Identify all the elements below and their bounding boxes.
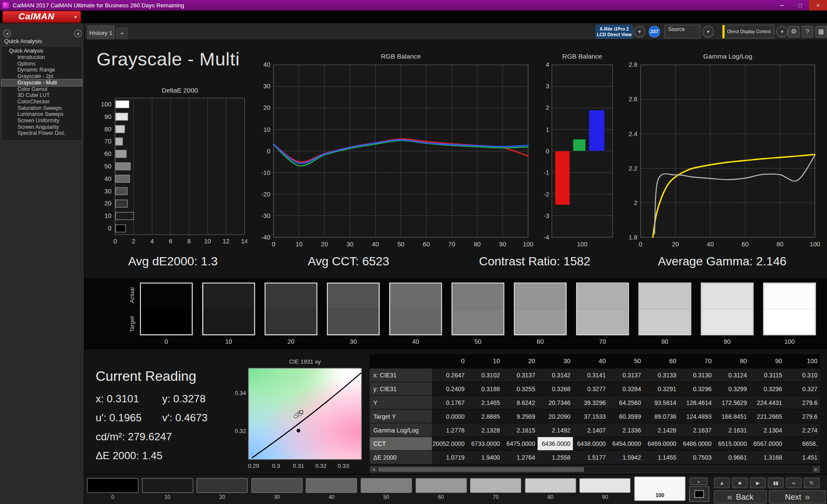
play-icon[interactable]: ▶: [750, 478, 766, 488]
sidebar-item-spectral-power-dist[interactable]: Spectral Power Dist.: [2, 130, 82, 137]
stop-icon[interactable]: ■: [732, 478, 748, 488]
table-cell[interactable]: 0.3291: [644, 382, 679, 396]
table-cell[interactable]: 6567.0000: [749, 437, 785, 451]
maximize-button[interactable]: □: [791, 0, 809, 10]
minimize-button[interactable]: ─: [773, 0, 791, 10]
table-cell[interactable]: 279.6: [785, 410, 820, 423]
table-cell[interactable]: 2.8885: [467, 410, 503, 423]
sidebar-item-color-gamut[interactable]: Color Gamut: [2, 86, 82, 92]
tab-history-1[interactable]: History 1: [87, 25, 115, 40]
table-cell[interactable]: 0.3102: [467, 368, 503, 382]
pattern-window-button[interactable]: [689, 486, 709, 502]
table-cell[interactable]: 89.0736: [644, 410, 679, 423]
table-cell[interactable]: 2.274: [785, 423, 820, 437]
scroll-right-icon[interactable]: ►: [813, 467, 820, 472]
source-selector[interactable]: Source: [664, 25, 700, 39]
table-cell[interactable]: 0.3284: [608, 382, 644, 396]
loop-icon[interactable]: ∞: [786, 478, 802, 488]
table-cell[interactable]: 2.1615: [503, 423, 538, 437]
scrollbar-thumb[interactable]: [378, 467, 584, 472]
sidebar-item-grayscale-2pt[interactable]: Grayscale - 2pt: [2, 73, 82, 80]
table-cell[interactable]: 6438.0000: [573, 437, 609, 451]
table-cell[interactable]: 1.9400: [467, 451, 503, 464]
table-cell[interactable]: 2.1637: [679, 423, 714, 437]
pause-icon[interactable]: ▮▮: [768, 478, 784, 488]
table-cell[interactable]: 1.2558: [538, 451, 573, 464]
table-cell[interactable]: 0.3141: [573, 368, 609, 382]
meter-count-badge[interactable]: 237: [649, 26, 660, 37]
table-cell[interactable]: 2.1328: [467, 423, 503, 437]
table-cell[interactable]: 6436.0000: [538, 437, 573, 451]
tree-root-quick-analysis[interactable]: Quick Analysis: [2, 48, 82, 54]
eject-icon[interactable]: ▲: [714, 478, 730, 488]
table-cell[interactable]: 2.1304: [749, 423, 785, 437]
table-cell[interactable]: 20.7346: [538, 396, 573, 410]
settings-button[interactable]: ⚙: [788, 26, 799, 37]
new-tab-button[interactable]: +: [116, 28, 128, 40]
table-cell[interactable]: 6454.0000: [608, 437, 644, 451]
table-cell[interactable]: 1.2764: [503, 451, 538, 464]
sidebar-options-button[interactable]: ◄: [3, 30, 11, 37]
table-cell[interactable]: 0.9661: [714, 451, 749, 464]
meter-dropdown-button[interactable]: ▼: [634, 26, 645, 37]
table-cell[interactable]: 0.3130: [679, 368, 714, 382]
table-cell[interactable]: 60.3599: [608, 410, 644, 423]
table-cell[interactable]: 0.2647: [432, 368, 467, 382]
table-cell[interactable]: 1.2778: [432, 423, 467, 437]
table-scrollbar[interactable]: ◄ ►: [370, 466, 820, 473]
table-cell[interactable]: 2.1465: [467, 396, 503, 410]
table-cell[interactable]: 0.3188: [467, 382, 503, 396]
table-cell[interactable]: 0.310: [785, 368, 820, 382]
table-cell[interactable]: 0.7503: [679, 451, 714, 464]
table-cell[interactable]: 221.2665: [749, 410, 785, 423]
table-cell[interactable]: 0.3277: [573, 382, 609, 396]
sidebar-item-options[interactable]: Options: [2, 61, 82, 67]
table-cell[interactable]: 0.3115: [749, 368, 785, 382]
table-cell[interactable]: 1.5177: [573, 451, 609, 464]
table-cell[interactable]: 279.6: [785, 396, 820, 410]
table-cell[interactable]: 6469.0000: [644, 437, 679, 451]
sidebar-item-dynamic-range[interactable]: Dynamic Range: [2, 67, 82, 73]
table-cell[interactable]: 0.3296: [749, 382, 785, 396]
table-cell[interactable]: 8.6242: [503, 396, 538, 410]
table-cell[interactable]: 6733.0000: [467, 437, 503, 451]
table-cell[interactable]: 6475.0000: [503, 437, 538, 451]
sidebar-item-saturation-sweeps[interactable]: Saturation Sweeps: [2, 105, 82, 112]
help-button[interactable]: ?: [802, 26, 813, 37]
sidebar-item-grayscale-multi[interactable]: Grayscale - Multi: [2, 80, 82, 86]
close-button[interactable]: ×: [809, 0, 827, 10]
table-cell[interactable]: 2.1631: [714, 423, 749, 437]
table-cell[interactable]: 20.2090: [538, 410, 573, 423]
meter-selector[interactable]: X-Rite i1Pro 2 LCD Direct View: [596, 25, 633, 39]
table-cell[interactable]: 2.1407: [573, 423, 609, 437]
sidebar-item-screen-uniformity[interactable]: Screen Uniformity: [2, 118, 82, 124]
table-cell[interactable]: 0.0000: [432, 410, 467, 423]
table-row-label[interactable]: CCT: [370, 437, 432, 451]
table-row-label[interactable]: Target Y: [370, 410, 432, 423]
table-cell[interactable]: 0.327: [785, 382, 820, 396]
table-cell[interactable]: 0.1767: [432, 396, 467, 410]
table-cell[interactable]: 6515.0000: [714, 437, 749, 451]
table-cell[interactable]: 0.3142: [538, 368, 573, 382]
table-row-label[interactable]: Gamma Log/Log: [370, 423, 432, 437]
calman-logo-menu[interactable]: CalMAN ▼: [2, 10, 81, 23]
workspace-layout-button[interactable]: ▦: [815, 26, 827, 37]
sidebar-item-introduction[interactable]: Introduction: [2, 54, 82, 61]
back-button[interactable]: « Back: [714, 490, 767, 504]
table-cell[interactable]: 0.3124: [714, 368, 749, 382]
table-cell[interactable]: 0.2409: [432, 382, 467, 396]
sidebar-item-colorchecker[interactable]: ColorChecker: [2, 99, 82, 105]
table-cell[interactable]: 0.3268: [538, 382, 573, 396]
table-cell[interactable]: 0.3299: [714, 382, 749, 396]
table-cell[interactable]: 172.5629: [714, 396, 749, 410]
table-cell[interactable]: 0.3137: [503, 368, 538, 382]
table-cell[interactable]: 37.1533: [573, 410, 609, 423]
sidebar-item-3d-cube-lut[interactable]: 3D Cube LUT: [2, 92, 82, 99]
source-dropdown-button[interactable]: ▼: [703, 26, 714, 37]
sidebar-collapse-button[interactable]: ◄: [74, 30, 82, 37]
refresh-icon[interactable]: ↻: [804, 478, 820, 488]
sidebar-item-luminance-sweeps[interactable]: Luminance Sweeps: [2, 111, 82, 118]
table-cell[interactable]: 0.3296: [679, 382, 714, 396]
table-cell[interactable]: 0.3255: [503, 382, 538, 396]
table-cell[interactable]: 2.1428: [644, 423, 679, 437]
